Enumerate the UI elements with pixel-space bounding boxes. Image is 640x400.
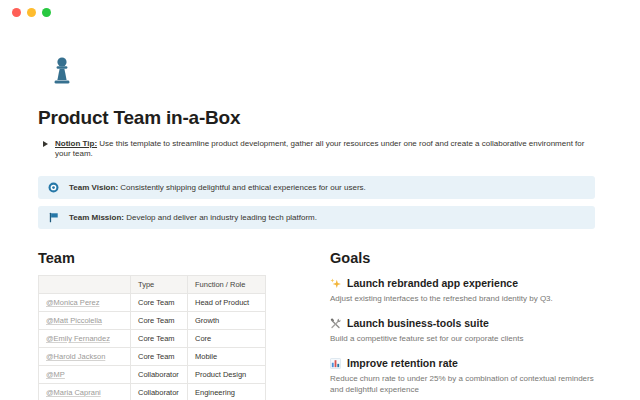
- person-mention[interactable]: @Matt Piccolella: [46, 316, 102, 325]
- table-row: @Emily Fernandez Core Team Core: [39, 330, 266, 348]
- team-section: Team Type Function / Role @Monica Perez …: [38, 250, 265, 400]
- person-mention[interactable]: @Emily Fernandez: [46, 334, 110, 343]
- goal-title-text: Launch business-tools suite: [347, 317, 489, 329]
- goal-description: Build a competitive feature set for our …: [330, 333, 595, 344]
- sparkles-icon: [330, 278, 341, 289]
- team-heading: Team: [38, 250, 265, 266]
- zoom-button[interactable]: [42, 8, 51, 17]
- goal-item-business-tools: Launch business-tools suite Build a comp…: [330, 317, 595, 344]
- minimize-button[interactable]: [27, 8, 36, 17]
- table-row: @Harold Jackson Core Team Mobile: [39, 348, 266, 366]
- goal-item-rebrand: Launch rebranded app experience Adjust e…: [330, 277, 595, 304]
- hammer-wrench-icon: [330, 318, 341, 329]
- header-cell-type: Type: [131, 276, 188, 294]
- bar-chart-icon: [330, 358, 341, 369]
- table-row: @Monica Perez Core Team Head of Product: [39, 294, 266, 312]
- table-header-row: Type Function / Role: [39, 276, 266, 294]
- team-vision-callout: Team Vision: Consistently shipping delig…: [38, 176, 595, 199]
- person-mention[interactable]: @MP: [46, 370, 65, 379]
- team-mission-text: Team Mission: Develop and deliver an ind…: [69, 213, 317, 223]
- toggle-triangle-icon[interactable]: [43, 141, 48, 147]
- goals-heading: Goals: [330, 250, 595, 266]
- person-mention[interactable]: @Monica Perez: [46, 298, 99, 307]
- goal-item-retention: Improve retention rate Reduce churn rate…: [330, 357, 595, 395]
- goal-title-text: Launch rebranded app experience: [347, 277, 518, 289]
- table-row: @Maria Caprani Collaborator Engineering: [39, 384, 266, 400]
- target-icon: [48, 182, 59, 193]
- goal-description: Reduce churn rate to under 25% by a comb…: [330, 373, 595, 395]
- goal-title-text: Improve retention rate: [347, 357, 458, 369]
- notion-tip-text: Notion Tip: Use this template to streaml…: [55, 139, 595, 159]
- table-row: @Matt Piccolella Core Team Growth: [39, 312, 266, 330]
- header-cell-function: Function / Role: [188, 276, 266, 294]
- goal-description: Adjust existing interfaces to the refres…: [330, 293, 595, 304]
- notion-page: Product Team in-a-Box Notion Tip: Use th…: [0, 0, 640, 400]
- goals-section: Goals Launch rebranded app experience Ad…: [330, 250, 595, 400]
- close-button[interactable]: [12, 8, 21, 17]
- team-vision-text: Team Vision: Consistently shipping delig…: [69, 183, 366, 193]
- notion-tip-toggle: Notion Tip: Use this template to streaml…: [38, 139, 595, 159]
- team-mission-callout: Team Mission: Develop and deliver an ind…: [38, 206, 595, 229]
- team-table: Type Function / Role @Monica Perez Core …: [38, 275, 266, 400]
- person-mention[interactable]: @Harold Jackson: [46, 352, 105, 361]
- person-mention[interactable]: @Maria Caprani: [46, 388, 101, 397]
- pawn-icon[interactable]: [50, 56, 74, 86]
- header-cell-name: [39, 276, 131, 294]
- flag-icon: [48, 212, 59, 223]
- window-controls: [12, 8, 51, 17]
- table-row: @MP Collaborator Product Design: [39, 366, 266, 384]
- page-title: Product Team in-a-Box: [38, 107, 595, 129]
